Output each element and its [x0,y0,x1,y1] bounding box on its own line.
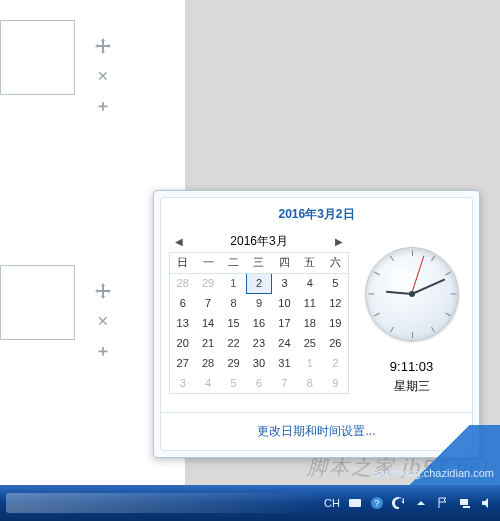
calendar-day[interactable]: 6 [170,293,195,313]
watermark-url: jiaocheng.chazidian.com [374,467,494,479]
calendar-day[interactable]: 15 [221,313,246,333]
selection-box[interactable] [0,265,75,340]
selection-box[interactable] [0,20,75,95]
close-handle-icon[interactable]: ✕ [95,68,111,84]
language-indicator[interactable]: CH [324,497,340,509]
calendar-table: 日一二三四五六 28291234567891011121314151617181… [170,253,348,393]
weekday-header: 四 [272,253,297,273]
calendar-day[interactable]: 21 [195,333,220,353]
weekday-header: 二 [221,253,246,273]
calendar: ◀ 2016年3月 ▶ 日一二三四五六 28291234567891011121… [169,231,349,412]
weekday-header: 六 [323,253,348,273]
help-icon[interactable]: ? [370,496,384,510]
change-datetime-link[interactable]: 更改日期和时间设置... [257,424,375,438]
calendar-day[interactable]: 22 [221,333,246,353]
system-tray[interactable]: CH ? [324,496,494,510]
network-icon[interactable] [458,496,472,510]
app-canvas: ✕ ＋ ✕ ＋ 2016年3月2日 ◀ 2016年3月 ▶ 日一二三四五六 [0,0,500,521]
popup-title: 2016年3月2日 [161,198,472,227]
calendar-day[interactable]: 19 [323,313,348,333]
add-handle-icon[interactable]: ＋ [95,98,111,114]
calendar-day[interactable]: 1 [297,353,322,373]
clock-pin [409,291,415,297]
handle-group: ✕ ＋ [95,38,111,114]
calendar-day[interactable]: 28 [195,353,220,373]
flag-icon[interactable] [436,496,450,510]
calendar-day[interactable]: 2 [323,353,348,373]
calendar-day[interactable]: 4 [297,273,322,293]
calendar-day[interactable]: 14 [195,313,220,333]
weekday-header: 一 [195,253,220,273]
calendar-day[interactable]: 2 [246,273,271,293]
weekday-header: 日 [170,253,195,273]
calendar-day[interactable]: 9 [323,373,348,393]
next-month-button[interactable]: ▶ [335,236,343,247]
digital-time: 9:11:03 [390,359,433,374]
month-label[interactable]: 2016年3月 [230,233,287,250]
calendar-day[interactable]: 12 [323,293,348,313]
svg-rect-0 [349,499,361,507]
calendar-day[interactable]: 10 [272,293,297,313]
calendar-day[interactable]: 8 [221,293,246,313]
hour-hand [386,291,412,295]
prev-month-button[interactable]: ◀ [175,236,183,247]
calendar-day[interactable]: 17 [272,313,297,333]
taskbar[interactable]: CH ? [0,485,500,521]
calendar-day[interactable]: 7 [195,293,220,313]
calendar-day[interactable]: 27 [170,353,195,373]
svg-rect-3 [460,499,468,505]
calendar-day[interactable]: 4 [195,373,220,393]
calendar-day[interactable]: 30 [246,353,271,373]
calendar-day[interactable]: 29 [195,273,220,293]
move-handle-icon[interactable] [95,38,111,54]
calendar-day[interactable]: 23 [246,333,271,353]
calendar-day[interactable]: 1 [221,273,246,293]
datetime-popup: 2016年3月2日 ◀ 2016年3月 ▶ 日一二三四五六 2829123456… [153,190,480,458]
calendar-day[interactable]: 20 [170,333,195,353]
calendar-day[interactable]: 18 [297,313,322,333]
handle-group: ✕ ＋ [95,283,111,359]
calendar-day[interactable]: 11 [297,293,322,313]
weekday-header: 三 [246,253,271,273]
weekday-label: 星期三 [394,378,430,395]
add-handle-icon[interactable]: ＋ [95,343,111,359]
move-handle-icon[interactable] [95,283,111,299]
calendar-day[interactable]: 26 [323,333,348,353]
svg-text:?: ? [374,498,379,508]
calendar-day[interactable]: 3 [170,373,195,393]
calendar-day[interactable]: 24 [272,333,297,353]
analog-clock [365,247,459,341]
svg-rect-4 [463,506,470,508]
calendar-day[interactable]: 31 [272,353,297,373]
calendar-day[interactable]: 5 [323,273,348,293]
calendar-day[interactable]: 9 [246,293,271,313]
calendar-day[interactable]: 6 [246,373,271,393]
tray-up-icon[interactable] [414,496,428,510]
sync-icon[interactable] [392,496,406,510]
calendar-day[interactable]: 13 [170,313,195,333]
volume-icon[interactable] [480,496,494,510]
taskbar-space [6,493,324,513]
calendar-day[interactable]: 8 [297,373,322,393]
calendar-day[interactable]: 3 [272,273,297,293]
calendar-day[interactable]: 7 [272,373,297,393]
calendar-day[interactable]: 16 [246,313,271,333]
close-handle-icon[interactable]: ✕ [95,313,111,329]
weekday-header: 五 [297,253,322,273]
calendar-day[interactable]: 29 [221,353,246,373]
keyboard-icon[interactable] [348,496,362,510]
calendar-day[interactable]: 5 [221,373,246,393]
calendar-day[interactable]: 28 [170,273,195,293]
calendar-day[interactable]: 25 [297,333,322,353]
